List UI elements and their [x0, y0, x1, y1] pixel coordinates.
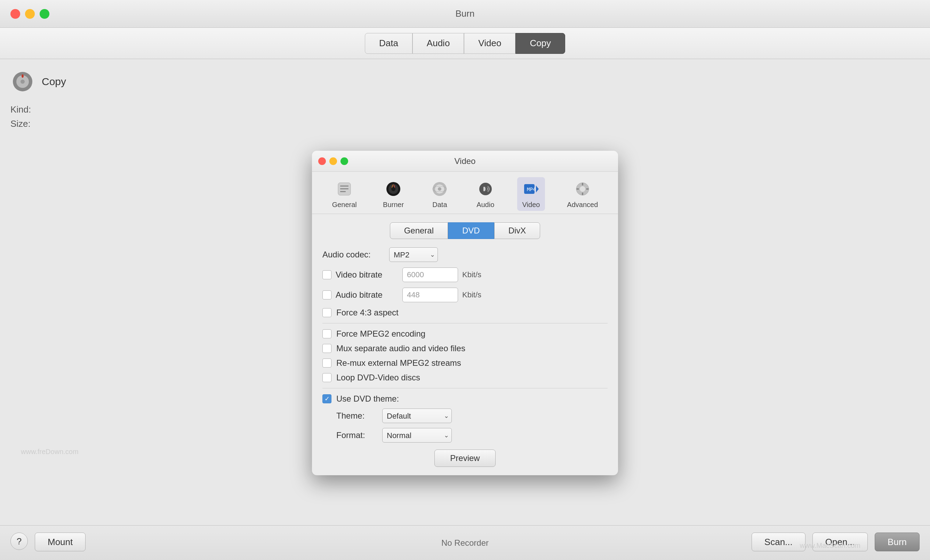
theme-row: Theme: Default ⌄	[322, 408, 608, 423]
sidebar: Copy Kind: Size:	[0, 59, 118, 143]
audio-codec-row: Audio codec: MP2 AC3 AAC ⌄	[322, 247, 608, 262]
svg-point-20	[580, 186, 585, 192]
loop-row: Loop DVD-Video discs	[322, 373, 608, 382]
format-select-wrapper: Normal Widescreen ⌄	[382, 428, 452, 443]
main-content: Copy Kind: Size: www.freDown.com Video	[0, 59, 930, 525]
svg-marker-18	[536, 186, 539, 192]
copy-label: Copy	[42, 76, 66, 87]
modal-overlay: Video General	[0, 59, 930, 525]
modal-tool-audio[interactable]: Audio	[472, 177, 499, 211]
force-mpeg2-row: Force MPEG2 encoding	[322, 329, 608, 339]
modal-tool-advanced[interactable]: Advanced	[563, 177, 602, 211]
sub-tab-divx[interactable]: DivX	[494, 222, 540, 239]
format-row: Format: Normal Widescreen ⌄	[322, 428, 608, 443]
status-bar: ? Mount No Recorder Scan... Open... Burn	[0, 525, 930, 560]
svg-rect-6	[340, 188, 348, 189]
data-tool-label: Data	[432, 201, 447, 209]
tab-video[interactable]: Video	[464, 33, 516, 54]
force-mpeg2-label: Force MPEG2 encoding	[336, 329, 425, 339]
mux-row: Mux separate audio and video files	[322, 344, 608, 353]
remux-row: Re-mux external MPEG2 streams	[322, 358, 608, 368]
modal-dialog: Video General	[312, 151, 618, 475]
modal-maximize-button[interactable]	[340, 157, 348, 165]
theme-select[interactable]: Default	[382, 408, 452, 423]
use-dvd-theme-checkbox[interactable]	[322, 394, 331, 404]
svg-point-3	[22, 74, 24, 78]
video-bitrate-unit: Kbit/s	[462, 270, 481, 279]
tab-copy[interactable]: Copy	[516, 33, 565, 54]
modal-toolbar: General Burner	[312, 172, 618, 214]
help-button[interactable]: ?	[11, 532, 28, 550]
theme-select-wrapper: Default ⌄	[382, 408, 452, 423]
bottom-left-buttons: ? Mount	[11, 532, 86, 551]
watermark-2: www.MacScan.com	[800, 542, 861, 549]
audio-bitrate-input[interactable]	[402, 288, 458, 302]
minimize-button[interactable]	[25, 9, 35, 19]
modal-tool-burner[interactable]: Burner	[379, 177, 408, 211]
modal-tool-general[interactable]: General	[328, 177, 361, 211]
video-bitrate-label: Video bitrate	[336, 270, 398, 280]
modal-content-area: General DVD DivX Audio codec: MP2 AC3 AA…	[312, 214, 618, 475]
force-mpeg2-checkbox[interactable]	[322, 329, 331, 338]
modal-tool-data[interactable]: Data	[426, 177, 454, 211]
divider-2	[322, 388, 608, 388]
modal-minimize-button[interactable]	[330, 157, 337, 165]
maximize-button[interactable]	[40, 9, 49, 19]
svg-rect-22	[582, 192, 583, 195]
loop-label: Loop DVD-Video discs	[336, 373, 420, 382]
audio-tool-label: Audio	[476, 201, 494, 209]
modal-close-button[interactable]	[318, 157, 326, 165]
force-43-label: Force 4:3 aspect	[336, 308, 399, 318]
remux-label: Re-mux external MPEG2 streams	[336, 358, 461, 368]
copy-icon-area: Copy	[11, 69, 108, 94]
svg-rect-23	[576, 188, 579, 190]
scan-button[interactable]: Scan...	[751, 532, 805, 551]
modal-tool-video[interactable]: MP4 Video	[517, 177, 545, 211]
video-tool-label: Video	[522, 201, 540, 209]
close-button[interactable]	[11, 9, 20, 19]
format-select[interactable]: Normal Widescreen	[382, 428, 452, 443]
title-bar: Burn	[0, 0, 930, 28]
audio-bitrate-unit: Kbit/s	[462, 290, 481, 299]
theme-label: Theme:	[336, 411, 378, 421]
svg-rect-5	[340, 186, 348, 187]
mux-label: Mux separate audio and video files	[336, 344, 465, 353]
audio-codec-select[interactable]: MP2 AC3 AAC	[389, 247, 438, 262]
force-43-row: Force 4:3 aspect	[322, 308, 608, 318]
use-dvd-theme-row: Use DVD theme:	[322, 394, 608, 404]
sub-tab-general[interactable]: General	[390, 222, 448, 239]
audio-bitrate-label: Audio bitrate	[336, 290, 398, 300]
remux-checkbox[interactable]	[322, 359, 331, 368]
mount-button[interactable]: Mount	[35, 532, 86, 551]
window-controls	[11, 9, 49, 19]
kind-label: Kind:	[11, 104, 108, 115]
audio-icon	[476, 179, 495, 199]
main-toolbar: Data Audio Video Copy	[0, 28, 930, 59]
divider-1	[322, 323, 608, 324]
tab-data[interactable]: Data	[365, 33, 413, 54]
general-icon	[334, 179, 354, 199]
status-text: No Recorder	[441, 538, 489, 548]
mux-checkbox[interactable]	[322, 344, 331, 353]
burn-button[interactable]: Burn	[875, 532, 919, 551]
general-tool-label: General	[332, 201, 357, 209]
advanced-tool-label: Advanced	[567, 201, 598, 209]
svg-text:MP4: MP4	[527, 187, 536, 192]
copy-icon	[11, 69, 35, 94]
video-bitrate-input[interactable]	[402, 267, 458, 282]
svg-rect-24	[586, 188, 589, 190]
tab-audio[interactable]: Audio	[413, 33, 464, 54]
modal-title: Video	[454, 156, 476, 166]
format-label: Format:	[336, 430, 378, 440]
force-43-checkbox[interactable]	[322, 308, 331, 317]
loop-checkbox[interactable]	[322, 373, 331, 382]
preview-button[interactable]: Preview	[434, 450, 495, 467]
video-bitrate-checkbox[interactable]	[322, 270, 331, 279]
sub-tab-dvd[interactable]: DVD	[448, 222, 494, 239]
audio-bitrate-checkbox[interactable]	[322, 290, 331, 299]
burner-tool-label: Burner	[383, 201, 404, 209]
svg-rect-21	[582, 183, 583, 186]
data-icon	[430, 179, 450, 199]
svg-point-2	[20, 80, 25, 84]
burner-icon	[383, 179, 403, 199]
